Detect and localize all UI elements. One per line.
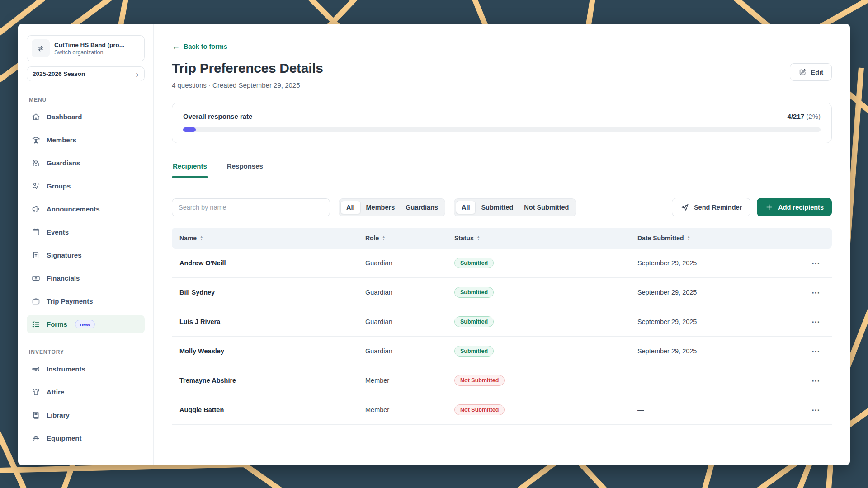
row-actions-menu[interactable]: ⋯ — [796, 258, 821, 268]
sidebar-item-equipment[interactable]: Equipment — [27, 429, 145, 447]
sidebar-item-label: Equipment — [47, 434, 82, 442]
tab-recipients[interactable]: Recipients — [172, 160, 208, 178]
switch-icon — [32, 39, 50, 57]
row-actions-menu[interactable]: ⋯ — [796, 405, 821, 415]
status-filter-not-submitted[interactable]: Not Submitted — [519, 201, 574, 214]
season-selector[interactable]: 2025-2026 Season › — [27, 66, 145, 81]
main-content: ← Back to forms Trip Preferences Details… — [154, 24, 850, 465]
recipients-table: Name ▲▼ Role ▲▼ Status ▲▼ Date Submitted… — [172, 228, 832, 425]
megaphone-icon — [31, 204, 41, 214]
sidebar-item-events[interactable]: Events — [27, 223, 145, 241]
role-filter-all[interactable]: All — [340, 201, 361, 214]
sidebar-item-label: Guardians — [47, 159, 80, 167]
date-submitted: — — [637, 406, 796, 413]
sidebar-item-forms[interactable]: Forms new — [27, 315, 145, 333]
recipient-role: Guardian — [365, 289, 454, 296]
sidebar-item-instruments[interactable]: Instruments — [27, 360, 145, 378]
recipient-role: Member — [365, 406, 454, 413]
document-icon — [31, 250, 41, 260]
sidebar-item-label: Members — [47, 136, 76, 144]
briefcase-icon — [31, 296, 41, 306]
date-submitted: September 29, 2025 — [637, 259, 796, 267]
column-header-date-submitted[interactable]: Date Submitted ▲▼ — [637, 235, 796, 242]
back-link-label: Back to forms — [184, 43, 227, 50]
recipient-name: Luis J Rivera — [179, 318, 365, 325]
sidebar-item-signatures[interactable]: Signatures — [27, 246, 145, 264]
paper-plane-icon — [680, 203, 689, 212]
sidebar-item-financials[interactable]: Financials — [27, 269, 145, 287]
org-subtitle: Switch organization — [54, 49, 124, 56]
recipient-name: Molly Weasley — [179, 347, 365, 355]
response-rate-percent: (2%) — [806, 113, 821, 120]
status-filter-all[interactable]: All — [456, 201, 476, 214]
sidebar-item-label: Signatures — [47, 251, 82, 259]
plus-icon — [765, 203, 774, 211]
sidebar-item-label: Attire — [47, 388, 64, 396]
sidebar-item-label: Forms — [47, 320, 67, 328]
sidebar-item-guardians[interactable]: Guardians — [27, 154, 145, 172]
add-recipients-button[interactable]: Add recipients — [757, 198, 832, 216]
column-header-role[interactable]: Role ▲▼ — [365, 235, 454, 242]
sidebar-item-library[interactable]: Library — [27, 406, 145, 424]
recipient-name: Bill Sydney — [179, 289, 365, 296]
search-input[interactable] — [172, 198, 330, 216]
response-rate-value: 4/217 (2%) — [788, 113, 821, 120]
status-badge: Not Submitted — [454, 404, 505, 415]
column-header-status[interactable]: Status ▲▼ — [454, 235, 637, 242]
tab-bar: Recipients Responses — [172, 160, 832, 178]
row-actions-menu[interactable]: ⋯ — [796, 287, 821, 298]
status-filter-submitted[interactable]: Submitted — [476, 201, 519, 214]
row-actions-menu[interactable]: ⋯ — [796, 346, 821, 357]
progress-bar-fill — [183, 127, 196, 132]
send-reminder-button[interactable]: Send Reminder — [672, 198, 750, 216]
row-actions-menu[interactable]: ⋯ — [796, 317, 821, 327]
stand-icon — [31, 433, 41, 443]
inventory-section-label: INVENTORY — [29, 349, 145, 355]
toolbar: All Members Guardians All Submitted Not … — [172, 198, 832, 216]
trumpet-icon — [31, 364, 41, 374]
role-filter-members[interactable]: Members — [361, 201, 401, 214]
sidebar-item-dashboard[interactable]: Dashboard — [27, 108, 145, 126]
org-switcher[interactable]: CutTime HS Band (pro... Switch organizat… — [27, 35, 145, 61]
date-submitted: September 29, 2025 — [637, 318, 796, 325]
edit-button[interactable]: Edit — [790, 63, 832, 81]
response-rate-fraction: 4/217 — [788, 113, 805, 120]
sort-icon: ▲▼ — [200, 235, 203, 241]
graduate-icon — [31, 135, 41, 145]
sidebar-item-label: Groups — [47, 182, 71, 190]
new-badge: new — [75, 320, 95, 328]
sidebar-item-label: Library — [47, 411, 70, 419]
checklist-icon — [31, 319, 41, 329]
status-badge: Submitted — [454, 346, 494, 357]
send-reminder-label: Send Reminder — [694, 204, 742, 211]
sidebar-item-trip-payments[interactable]: Trip Payments — [27, 292, 145, 310]
recipient-role: Member — [365, 377, 454, 384]
table-row: Bill Sydney Guardian Submitted September… — [172, 278, 832, 307]
chevron-right-icon: › — [136, 71, 139, 77]
status-badge: Not Submitted — [454, 375, 505, 386]
table-row: Andrew O'Neill Guardian Submitted Septem… — [172, 249, 832, 278]
back-to-forms-link[interactable]: ← Back to forms — [172, 43, 227, 50]
table-row: Auggie Batten Member Not Submitted — ⋯ — [172, 395, 832, 425]
status-badge: Submitted — [454, 258, 494, 268]
recipient-role: Guardian — [365, 259, 454, 267]
role-filter-guardians[interactable]: Guardians — [400, 201, 443, 214]
edit-button-label: Edit — [811, 69, 823, 76]
sidebar-item-groups[interactable]: Groups — [27, 177, 145, 195]
family-icon — [31, 158, 41, 168]
banknote-icon — [31, 273, 41, 283]
sidebar-item-attire[interactable]: Attire — [27, 383, 145, 401]
add-recipients-label: Add recipients — [778, 204, 824, 211]
response-rate-label: Overall response rate — [183, 113, 252, 120]
recipient-role: Guardian — [365, 318, 454, 325]
column-header-name[interactable]: Name ▲▼ — [179, 235, 365, 242]
sidebar-item-announcements[interactable]: Announcements — [27, 200, 145, 218]
sidebar-item-members[interactable]: Members — [27, 131, 145, 149]
date-submitted: September 29, 2025 — [637, 289, 796, 296]
sidebar-item-label: Trip Payments — [47, 297, 93, 305]
home-icon — [31, 112, 41, 122]
sort-icon: ▲▼ — [687, 235, 690, 241]
sort-icon: ▲▼ — [477, 235, 480, 241]
tab-responses[interactable]: Responses — [226, 160, 264, 178]
row-actions-menu[interactable]: ⋯ — [796, 375, 821, 386]
